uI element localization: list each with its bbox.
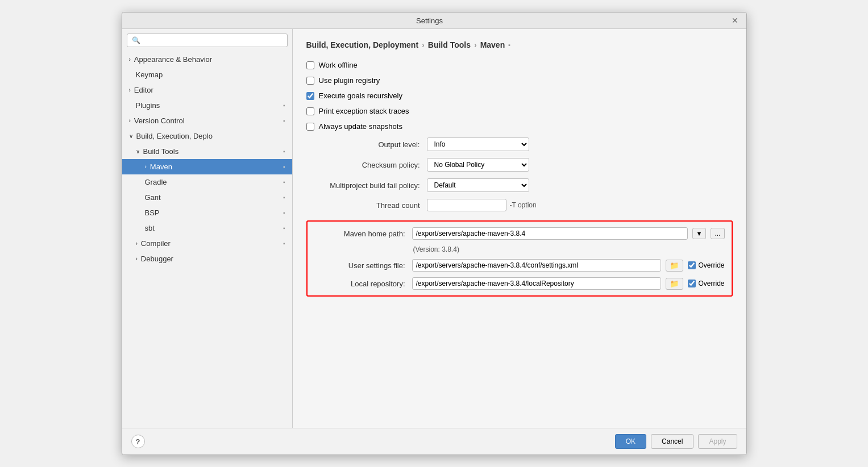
execute-goals-checkbox[interactable] [306, 92, 314, 100]
sidebar-item-label: Debugger [141, 255, 173, 263]
output-level-value: Info Debug Warn Error [427, 137, 529, 151]
breadcrumb-menu-icon[interactable]: ▪ [508, 41, 510, 48]
breadcrumb-part3: Maven [480, 40, 505, 49]
output-level-row: Output level: Info Debug Warn Error [306, 137, 733, 151]
sidebar-item-version-control[interactable]: › Version Control ▪ [122, 113, 292, 128]
settings-icon: ▪ [283, 148, 285, 155]
user-settings-outer: User settings file: 📁 Override [314, 259, 725, 272]
close-button[interactable]: ✕ [730, 16, 740, 25]
version-row: (Version: 3.8.4) [314, 245, 725, 253]
sidebar-item-label: Compiler [141, 239, 171, 248]
checksum-policy-value: No Global Policy Warn Fail Ignore [427, 158, 529, 172]
maven-home-label: Maven home path: [314, 230, 405, 238]
always-update-row: Always update snapshots [306, 122, 733, 131]
use-plugin-registry-checkbox[interactable] [306, 77, 314, 85]
folder-icon: 📁 [670, 280, 679, 288]
output-level-label: Output level: [306, 140, 420, 149]
help-button[interactable]: ? [131, 435, 145, 448]
output-level-select[interactable]: Info Debug Warn Error [427, 137, 529, 151]
sidebar-item-label: Plugins [136, 101, 160, 110]
sidebar-item-compiler[interactable]: › Compiler ▪ [122, 236, 292, 251]
cancel-button[interactable]: Cancel [651, 434, 693, 449]
sidebar-item-gant[interactable]: Gant ▪ [122, 190, 292, 205]
print-exception-row: Print exception stack traces [306, 107, 733, 115]
title-bar: Settings ✕ [122, 12, 746, 29]
sidebar-item-label: BSP [145, 209, 160, 217]
sidebar-item-keymap[interactable]: Keymap [122, 67, 292, 82]
thread-count-row: Thread count -T option [306, 199, 733, 211]
chevron-right-icon: › [136, 240, 138, 247]
user-settings-override-label: Override [698, 261, 724, 269]
work-offline-label: Work offline [319, 61, 358, 69]
breadcrumb-part2: Build Tools [428, 40, 471, 49]
work-offline-row: Work offline [306, 61, 733, 69]
work-offline-checkbox[interactable] [306, 61, 314, 69]
settings-icon: ▪ [283, 210, 285, 216]
settings-icon: ▪ [283, 225, 285, 231]
multiproject-policy-label: Multiproject build fail policy: [306, 181, 420, 190]
always-update-checkbox[interactable] [306, 123, 314, 131]
search-box[interactable]: 🔍 [127, 34, 288, 47]
search-input[interactable] [143, 36, 283, 44]
sidebar: 🔍 › Appearance & Behavior Keymap › Edito… [122, 29, 293, 428]
thread-count-label: Thread count [306, 201, 420, 210]
sidebar-item-bsp[interactable]: BSP ▪ [122, 205, 292, 220]
local-repo-row: 📁 Override [412, 277, 725, 290]
settings-dialog: Settings ✕ 🔍 › Appearance & Behavior Key… [122, 12, 747, 455]
ok-button[interactable]: OK [615, 434, 646, 449]
bottom-bar: ? OK Cancel Apply [122, 428, 746, 455]
always-update-label: Always update snapshots [319, 122, 402, 131]
local-repo-override: Override [688, 280, 724, 287]
user-settings-browse-button[interactable]: 📁 [666, 260, 683, 272]
sidebar-item-gradle[interactable]: Gradle ▪ [122, 174, 292, 190]
sidebar-item-debugger[interactable]: › Debugger [122, 251, 292, 266]
local-repo-input[interactable] [412, 277, 662, 290]
user-settings-override-checkbox[interactable] [688, 261, 696, 269]
multiproject-policy-select[interactable]: Default Fail At End Never Fail Fail Fast [427, 178, 529, 192]
local-repo-outer: Local repository: 📁 Override [314, 277, 725, 290]
chevron-right-icon: › [136, 256, 138, 262]
sidebar-item-editor[interactable]: › Editor [122, 82, 292, 98]
maven-home-dropdown-button[interactable]: ▼ [692, 228, 707, 239]
sidebar-item-label: Gradle [145, 178, 167, 186]
maven-home-browse-button[interactable]: ... [711, 228, 724, 239]
apply-button[interactable]: Apply [698, 434, 737, 449]
highlighted-section: Maven home path: ▼ ... (Version: 3.8.4) [306, 220, 733, 297]
folder-icon: 📁 [670, 261, 679, 270]
sidebar-item-appearance[interactable]: › Appearance & Behavior [122, 52, 292, 67]
search-container[interactable]: 🔍 [127, 34, 288, 47]
local-repo-browse-button[interactable]: 📁 [666, 278, 683, 290]
local-repo-override-label: Override [698, 280, 724, 287]
sidebar-item-label: Maven [150, 162, 172, 171]
sidebar-item-plugins[interactable]: Plugins ▪ [122, 98, 292, 113]
maven-home-input[interactable] [412, 227, 688, 240]
user-settings-input[interactable] [412, 259, 662, 272]
sidebar-item-label: Build Tools [143, 147, 179, 156]
chevron-down-icon: ∨ [129, 133, 133, 139]
settings-icon: ▪ [283, 102, 285, 109]
print-exception-checkbox[interactable] [306, 107, 314, 115]
settings-icon: ▪ [283, 240, 285, 247]
breadcrumb-sep2: › [474, 40, 477, 49]
user-settings-label: User settings file: [314, 261, 405, 270]
sidebar-item-build-tools[interactable]: ∨ Build Tools ▪ [122, 144, 292, 159]
dialog-body: 🔍 › Appearance & Behavior Keymap › Edito… [122, 29, 746, 428]
breadcrumb-part1: Build, Execution, Deployment [306, 40, 419, 49]
main-content: Build, Execution, Deployment › Build Too… [293, 29, 746, 428]
breadcrumb-sep1: › [422, 40, 425, 49]
maven-version-text: (Version: 3.8.4) [412, 245, 459, 253]
chevron-down-icon: ∨ [136, 148, 140, 155]
settings-icon: ▪ [283, 118, 285, 124]
maven-home-row: ▼ ... [412, 227, 725, 240]
thread-count-input[interactable] [427, 199, 506, 211]
local-repo-override-checkbox[interactable] [688, 280, 696, 287]
thread-count-suffix: -T option [510, 201, 537, 209]
multiproject-policy-value: Default Fail At End Never Fail Fail Fast [427, 178, 529, 192]
sidebar-item-sbt[interactable]: sbt ▪ [122, 220, 292, 236]
chevron-right-icon: › [129, 56, 131, 62]
breadcrumb: Build, Execution, Deployment › Build Too… [306, 40, 733, 49]
chevron-right-icon: › [129, 118, 131, 124]
sidebar-item-build-exec-deploy[interactable]: ∨ Build, Execution, Deplo [122, 128, 292, 144]
sidebar-item-maven[interactable]: › Maven ▪ [122, 159, 292, 174]
checksum-policy-select[interactable]: No Global Policy Warn Fail Ignore [427, 158, 529, 172]
